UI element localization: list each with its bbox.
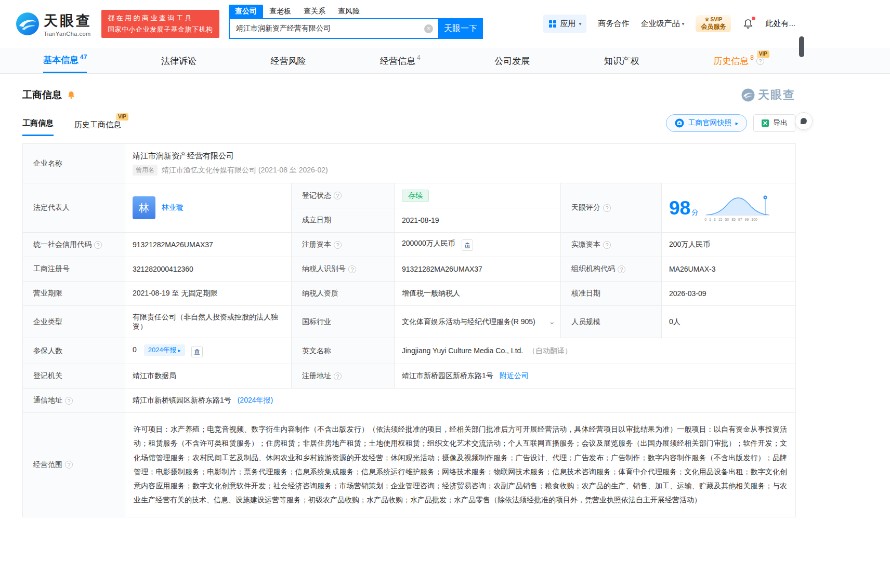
subtab-label: 历史工商信息: [74, 120, 121, 129]
help-icon[interactable]: ?: [618, 265, 625, 273]
tab-label: 知识产权: [604, 55, 639, 67]
help-icon[interactable]: ?: [756, 57, 764, 65]
approval-date-value: 2026-03-09: [662, 282, 796, 306]
former-name-value: 靖江市渔忆文化传媒有限公司 (2021-08 至 2026-02): [162, 166, 328, 175]
scrollbar-thumb[interactable]: [799, 36, 804, 57]
term-value: 2021-08-19 至 无固定期限: [125, 282, 292, 306]
help-icon[interactable]: ?: [603, 204, 611, 212]
score-number: 98: [669, 197, 690, 219]
search-tab-boss[interactable]: 查老板: [263, 5, 297, 18]
help-icon[interactable]: ?: [334, 192, 342, 199]
help-icon[interactable]: ?: [334, 241, 342, 249]
tab-legal-proceedings[interactable]: 法律诉讼: [161, 48, 197, 73]
tab-company-development[interactable]: 公司发展: [494, 48, 530, 73]
promo-line2: 国家中小企业发展子基金旗下机构: [108, 25, 213, 34]
score-curve-icon: [704, 194, 771, 217]
credit-code-value: 91321282MA26UMAX37: [125, 233, 292, 257]
vip-badge: VIP: [757, 50, 769, 58]
floating-widget-button[interactable]: [795, 112, 813, 130]
section-watermark: 天眼查: [741, 87, 795, 103]
svip-label: SVIP: [711, 17, 723, 23]
mail-annual-report-link[interactable]: (2024年报): [238, 396, 273, 404]
term-label: 营业期限: [23, 282, 125, 306]
annual-report-link[interactable]: 2024年报 ▸: [144, 344, 185, 356]
tab-basic-info[interactable]: 基本信息 47: [43, 48, 87, 73]
subtab-business-registration[interactable]: 工商信息: [22, 118, 54, 136]
help-icon[interactable]: ?: [603, 241, 611, 249]
help-icon[interactable]: ?: [94, 241, 102, 249]
subscribe-bell-icon[interactable]: [67, 90, 76, 100]
notification-bell-icon[interactable]: [742, 18, 754, 30]
legal-rep-label: 法定代表人: [23, 183, 125, 233]
enterprise-products-link[interactable]: 企业级产品 ▾: [640, 19, 684, 29]
org-code-value: MA26UMAX-3: [662, 257, 796, 282]
tab-label: 经营风险: [270, 55, 306, 67]
insured-value: 0: [133, 345, 137, 354]
promo-badge: 都在用的商业查询工具 国家中小企业发展子基金旗下机构: [101, 10, 219, 38]
snapshot-label: 工商官网快照: [688, 118, 731, 128]
industry-expand-icon[interactable]: ⌄: [548, 316, 555, 326]
industry-value: 文化体育娱乐活动与经纪代理服务(R 905): [402, 317, 535, 326]
legal-rep-link[interactable]: 林业璇: [162, 203, 184, 212]
top-header: 天眼查 TianYanCha.com 都在用的商业查询工具 国家中小企业发展子基…: [0, 0, 890, 48]
help-icon[interactable]: ?: [348, 265, 356, 273]
subtab-history-registration[interactable]: VIP 历史工商信息: [74, 120, 121, 136]
search-button[interactable]: 天眼一下: [438, 18, 483, 39]
help-icon[interactable]: ?: [65, 461, 73, 469]
tax-id-label: 纳税人识别号: [302, 264, 346, 274]
search-area: 查公司 查老板 查关系 查风险 × 天眼一下: [229, 4, 483, 39]
tab-business-info[interactable]: 经营信息 4: [380, 48, 421, 73]
apps-label: 应用: [560, 19, 575, 29]
grid-icon: [548, 20, 557, 28]
search-input[interactable]: [230, 19, 438, 38]
export-button[interactable]: 导出: [753, 114, 795, 132]
scope-value: 许可项目：水产养殖；电竞音视频、数字衍生内容制作（不含出版发行）（依法须经批准的…: [134, 422, 787, 507]
capital-history-icon[interactable]: [462, 239, 473, 251]
legal-rep-avatar[interactable]: 林: [133, 196, 155, 219]
scope-label: 经营范围: [33, 460, 62, 470]
search-box: × 天眼一下: [229, 18, 483, 39]
tab-intellectual-property[interactable]: 知识产权: [604, 48, 639, 73]
reg-capital-value: 200000万人民币: [402, 239, 455, 247]
svip-member-badge[interactable]: ♛ SVIP 会员服务: [696, 15, 731, 33]
clear-search-icon[interactable]: ×: [424, 24, 433, 33]
authority-label: 登记机关: [23, 364, 125, 389]
table-row: 统一社会信用代码 ? 91321282MA26UMAX37 注册资本 ? 200…: [23, 233, 796, 257]
table-row: 营业期限 2021-08-19 至 无固定期限 纳税人资质 增值税一般纳税人 核…: [23, 282, 796, 306]
staff-value: 0人: [662, 306, 796, 338]
status-badge: 存续: [402, 190, 429, 202]
nearby-companies-link[interactable]: 附近公司: [500, 371, 529, 380]
score-label: 天眼评分: [571, 203, 600, 212]
apps-menu-button[interactable]: 应用 ▾: [543, 15, 586, 33]
tax-id-value: 91321282MA26UMAX37: [395, 257, 561, 282]
tab-label: 经营信息: [380, 55, 415, 67]
company-type-label: 企业类型: [23, 306, 125, 338]
tab-history-info[interactable]: VIP 历史信息 8 ?: [713, 48, 775, 73]
help-icon[interactable]: ?: [65, 397, 73, 405]
company-name-label: 企业名称: [23, 144, 125, 183]
header-more-text[interactable]: 此处有...: [765, 19, 795, 29]
enterprise-label: 企业级产品: [640, 19, 679, 29]
score-axis-labels: 0 1 3 15 50 85 97 99 100: [704, 218, 771, 221]
paid-capital-label: 实缴资本: [571, 240, 600, 249]
business-cooperation-link[interactable]: 商务合作: [598, 19, 629, 29]
search-tab-risk[interactable]: 查风险: [332, 5, 366, 18]
tianyancha-logo[interactable]: 天眼查 TianYanCha.com: [16, 11, 92, 37]
reg-no-value: 321282000412360: [125, 257, 292, 282]
tab-count: 8: [750, 54, 754, 61]
tab-operating-risk[interactable]: 经营风险: [270, 48, 306, 73]
company-name-value: 靖江市润新资产经营有限公司: [133, 151, 788, 161]
notification-dot: [752, 17, 755, 20]
arrow-right-icon: ▸: [178, 348, 181, 353]
auto-translate-note: （自动翻译）: [528, 346, 572, 355]
arrow-right-icon: ▸: [735, 120, 738, 127]
svip-sublabel: 会员服务: [701, 23, 726, 31]
score-unit: 分: [691, 208, 698, 216]
reg-no-label: 工商注册号: [23, 257, 125, 282]
insured-history-icon[interactable]: [191, 346, 203, 357]
annual-report-label: 2024年报: [148, 345, 177, 355]
official-snapshot-button[interactable]: 工商官网快照 ▸: [666, 114, 747, 132]
help-icon[interactable]: ?: [334, 372, 342, 380]
search-tab-relation[interactable]: 查关系: [297, 5, 332, 18]
search-tab-company[interactable]: 查公司: [229, 5, 263, 18]
